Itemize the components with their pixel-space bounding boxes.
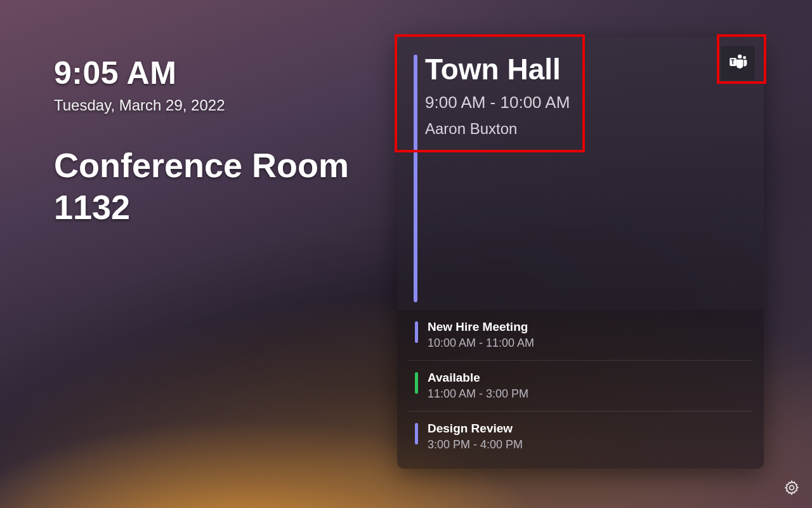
upcoming-accent-bar [415, 372, 418, 394]
schedule-panel: Town Hall 9:00 AM - 10:00 AM Aaron Buxto… [397, 37, 764, 469]
upcoming-list: New Hire Meeting 10:00 AM - 11:00 AM Ava… [397, 310, 764, 462]
upcoming-title: Design Review [428, 422, 746, 436]
current-meeting-organizer: Aaron Buxton [425, 120, 746, 138]
upcoming-accent-bar [415, 321, 418, 343]
current-meeting-time: 9:00 AM - 10:00 AM [425, 93, 746, 112]
teams-icon-button[interactable] [721, 46, 755, 80]
room-info-pane: 9:05 AM Tuesday, March 29, 2022 Conferen… [54, 55, 371, 229]
upcoming-title: New Hire Meeting [428, 320, 746, 334]
upcoming-time: 10:00 AM - 11:00 AM [428, 337, 746, 350]
current-meeting-title: Town Hall [425, 52, 746, 86]
svg-point-0 [738, 55, 742, 58]
teams-icon [727, 51, 749, 75]
upcoming-time: 11:00 AM - 3:00 PM [428, 387, 746, 401]
settings-button[interactable] [782, 479, 802, 499]
current-meeting-card[interactable]: Town Hall 9:00 AM - 10:00 AM Aaron Buxto… [397, 37, 764, 310]
upcoming-title: Available [428, 371, 746, 385]
upcoming-accent-bar [415, 423, 418, 444]
gear-icon [783, 479, 800, 498]
upcoming-item[interactable]: New Hire Meeting 10:00 AM - 11:00 AM [409, 310, 752, 361]
clock-date: Tuesday, March 29, 2022 [54, 97, 371, 114]
current-meeting-accent-bar [414, 55, 417, 302]
upcoming-item-available[interactable]: Available 11:00 AM - 3:00 PM [409, 361, 752, 411]
svg-point-2 [790, 486, 794, 490]
room-name: Conference Room 1132 [54, 145, 371, 229]
upcoming-time: 3:00 PM - 4:00 PM [428, 438, 746, 451]
svg-point-1 [743, 56, 746, 59]
clock-time: 9:05 AM [54, 55, 371, 91]
upcoming-item[interactable]: Design Review 3:00 PM - 4:00 PM [409, 411, 752, 462]
